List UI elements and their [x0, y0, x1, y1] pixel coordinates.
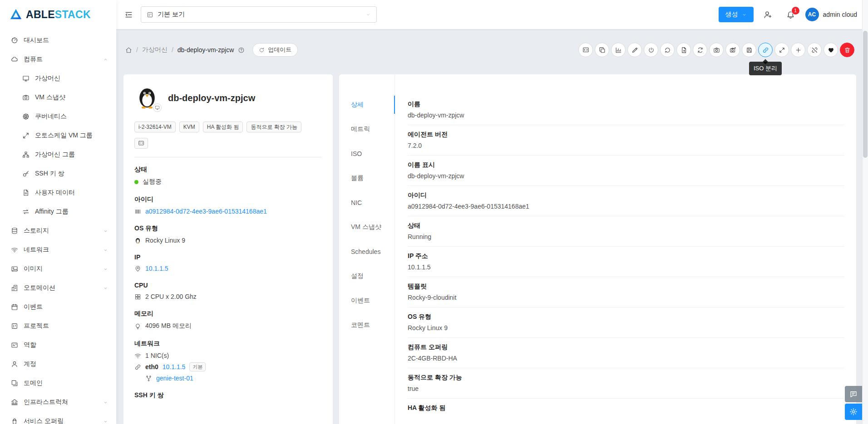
brand-name: ABLESTACK: [26, 9, 91, 21]
os-avatar: [134, 85, 160, 111]
tab-volumes[interactable]: 볼륨: [351, 166, 395, 190]
tab-settings[interactable]: 설정: [351, 264, 395, 288]
file-arrow-icon: [681, 47, 687, 54]
clone-button[interactable]: [595, 43, 609, 57]
create-button[interactable]: 생성: [719, 7, 754, 22]
nic-row: eth0 10.1.1.5 기본: [134, 362, 322, 371]
refresh-icon: [259, 47, 265, 53]
vm-id-link[interactable]: a0912984-0d72-4ee3-9ae6-015314168ae1: [145, 208, 267, 215]
detail-row-agent-version: 에이전트 버전 7.2.0: [408, 125, 844, 156]
reinstall-vm-button[interactable]: [676, 43, 691, 57]
detach-button[interactable]: [807, 43, 822, 57]
sidebar-item-images[interactable]: 이미지: [0, 259, 116, 278]
question-circle-icon[interactable]: [238, 47, 245, 54]
detail-label: 아이디: [408, 191, 844, 200]
iso-detach-button[interactable]: ISO 분리: [758, 43, 773, 57]
chevron-down-icon: [365, 12, 371, 17]
sidebar-nav: 대시보드 컴퓨트 가상머신 VM 스냅샷 쿠버네티스 오토스케일 VM 그룹 가…: [0, 29, 116, 424]
brand-logo[interactable]: ABLESTACK: [0, 0, 116, 29]
view-select[interactable]: 기본 보기: [141, 6, 377, 23]
attach-button[interactable]: [791, 43, 805, 57]
sync-button[interactable]: [693, 43, 707, 57]
sidebar-item-events[interactable]: 이벤트: [0, 297, 116, 317]
breadcrumb: / 가상머신 / db-deploy-vm-zpjcw 업데이트: [125, 43, 298, 57]
stop-vm-button[interactable]: [644, 43, 658, 57]
user-menu[interactable]: AC admin cloud: [805, 8, 858, 21]
field-value: 1 NIC(s): [134, 352, 322, 359]
network-link[interactable]: genie-test-01: [156, 375, 193, 382]
field-label: CPU: [134, 282, 322, 289]
sidebar-item-ssh-keypairs[interactable]: SSH 키 쌍: [0, 164, 116, 183]
sidebar-item-service-offerings[interactable]: 서비스 오퍼링: [0, 412, 116, 424]
backup-button[interactable]: [742, 43, 756, 57]
tab-comments[interactable]: 코멘트: [351, 313, 395, 337]
sidebar-item-label: 쿠버네티스: [35, 112, 108, 121]
sidebar-item-dashboard[interactable]: 대시보드: [0, 31, 116, 50]
cpu-text: 2 CPU x 2.00 Ghz: [145, 293, 197, 300]
sidebar-item-label: SSH 키 쌍: [35, 170, 108, 178]
vm-instance-tag: i-2-32614-VM: [134, 122, 176, 132]
metrics-button[interactable]: [611, 43, 626, 57]
sidebar-item-automation[interactable]: 오토메이션: [0, 278, 116, 297]
feedback-fab[interactable]: [845, 386, 862, 402]
sidebar-item-user-data[interactable]: 사용자 데이터: [0, 183, 116, 202]
sidebar: ABLESTACK 대시보드 컴퓨트 가상머신 VM 스냅샷 쿠버네티스 오토스…: [0, 0, 116, 424]
tab-details[interactable]: 상세: [351, 93, 395, 117]
home-icon[interactable]: [125, 47, 132, 54]
sidebar-item-kubernetes[interactable]: 쿠버네티스: [0, 107, 116, 126]
field-ssh: SSH 키 쌍: [134, 391, 322, 400]
sidebar-item-storage[interactable]: 스토리지: [0, 221, 116, 240]
page-scrollbar[interactable]: [862, 0, 868, 424]
ip-link[interactable]: 10.1.1.5: [145, 265, 168, 272]
scrollbar-thumb[interactable]: [863, 31, 868, 158]
reboot-vm-button[interactable]: [660, 43, 675, 57]
tab-events[interactable]: 이벤트: [351, 288, 395, 313]
tab-schedules[interactable]: Schedules: [351, 239, 395, 264]
vm-ha-tag: HA 활성화 됨: [203, 122, 243, 132]
detail-row-os-type: OS 유형 Rocky Linux 9: [408, 307, 844, 338]
chevron-down-icon: [103, 248, 108, 253]
gear-icon: [849, 408, 858, 416]
sidebar-item-projects[interactable]: 프로젝트: [0, 317, 116, 336]
console-button[interactable]: [578, 43, 593, 57]
delete-vm-button[interactable]: [840, 43, 854, 57]
breadcrumb-section[interactable]: 가상머신: [142, 46, 168, 54]
snapshot-button[interactable]: [709, 43, 724, 57]
chevron-down-icon: [103, 400, 108, 405]
sidebar-item-accounts[interactable]: 계정: [0, 355, 116, 374]
sidebar-collapse-button[interactable]: [123, 9, 134, 20]
field-memory: 메모리 4096 MB 메모리: [134, 310, 322, 330]
edit-button[interactable]: [627, 43, 642, 57]
scale-vm-button[interactable]: [774, 43, 789, 57]
sidebar-item-infrastructure[interactable]: 인프라스트럭쳐: [0, 393, 116, 412]
update-button[interactable]: 업데이트: [252, 43, 298, 57]
userdata-tag[interactable]: [134, 138, 148, 149]
tab-vm-snapshots[interactable]: VM 스냅샷: [351, 215, 395, 239]
project-switch-button[interactable]: [760, 6, 776, 23]
tab-iso[interactable]: ISO: [351, 141, 395, 166]
sidebar-item-roles[interactable]: 역할: [0, 336, 116, 355]
detail-row-ip: IP 주소 10.1.1.5: [408, 247, 844, 277]
notifications-button[interactable]: 1: [783, 6, 799, 23]
snapshot-memory-button[interactable]: [725, 43, 740, 57]
sidebar-item-vm-snapshots[interactable]: VM 스냅샷: [0, 88, 116, 107]
copy-icon: [599, 47, 606, 54]
tab-metrics[interactable]: 메트릭: [351, 117, 395, 141]
wheel-icon: [22, 113, 30, 120]
sidebar-item-virtual-machines[interactable]: 가상머신: [0, 69, 116, 88]
sidebar-item-compute[interactable]: 컴퓨트: [0, 50, 116, 69]
key-icon: [22, 170, 30, 177]
nic-ip-link[interactable]: 10.1.1.5: [163, 363, 186, 370]
sidebar-item-network[interactable]: 네트워크: [0, 240, 116, 259]
sidebar-item-autoscale-vm-groups[interactable]: 오토스케일 VM 그룹: [0, 126, 116, 145]
settings-fab[interactable]: [845, 404, 862, 420]
tab-nic[interactable]: NIC: [351, 190, 395, 215]
ha-button[interactable]: [824, 43, 838, 57]
block-icon: [11, 380, 18, 387]
vm-icon-tag-row: [134, 138, 322, 149]
sidebar-item-domains[interactable]: 도메인: [0, 374, 116, 393]
sidebar-item-affinity-groups[interactable]: Affinity 그룹: [0, 202, 116, 221]
sidebar-item-vm-groups[interactable]: 가상머신 그룹: [0, 145, 116, 164]
field-label: IP: [134, 253, 322, 261]
field-label: 네트워크: [134, 340, 322, 348]
